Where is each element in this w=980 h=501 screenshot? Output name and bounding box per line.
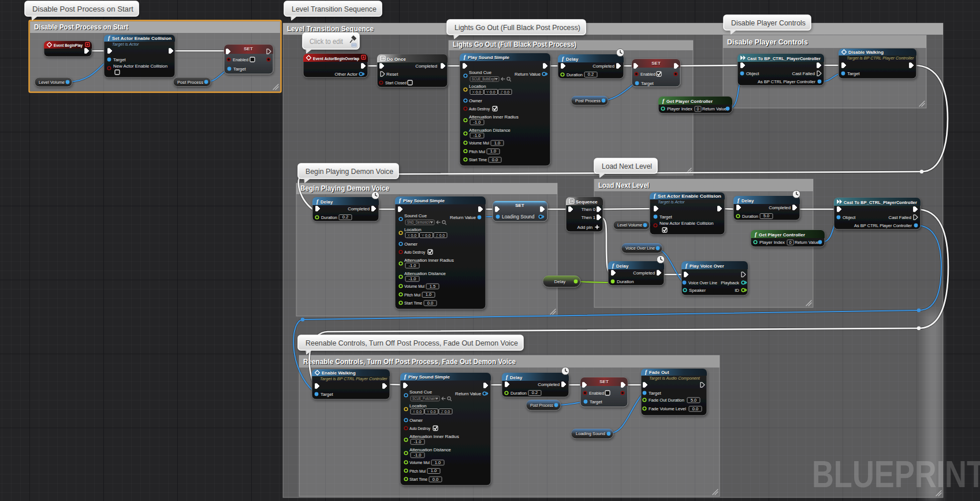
svg-text:Disable Walking: Disable Walking bbox=[848, 50, 884, 55]
svg-text:Completed: Completed bbox=[415, 64, 437, 69]
svg-text:0.0: 0.0 bbox=[433, 477, 438, 482]
svg-text:Object: Object bbox=[843, 215, 856, 220]
svg-text:0.0: 0.0 bbox=[411, 233, 417, 237]
svg-text:0.2: 0.2 bbox=[532, 390, 538, 395]
svg-text:Disable Post Process on Start: Disable Post Process on Start bbox=[32, 5, 133, 13]
svg-text:Disable Player Controls: Disable Player Controls bbox=[727, 38, 808, 46]
svg-text:Then 1: Then 1 bbox=[582, 215, 595, 220]
svg-text:Player Index: Player Index bbox=[667, 106, 692, 112]
svg-text:0.2: 0.2 bbox=[588, 72, 594, 77]
svg-text:Completed: Completed bbox=[348, 206, 370, 211]
svg-text:Click to edit: Click to edit bbox=[310, 37, 343, 46]
svg-text:Target: Target bbox=[649, 391, 662, 396]
svg-text:New Actor Enable Collision: New Actor Enable Collision bbox=[113, 64, 167, 69]
svg-text:Start Time: Start Time bbox=[404, 300, 422, 306]
svg-text:Z: Z bbox=[441, 410, 444, 414]
svg-text:Reenable Controls, Turn Off Po: Reenable Controls, Turn Off Post Process… bbox=[303, 358, 516, 366]
svg-text:Delay: Delay bbox=[741, 198, 754, 203]
svg-text:Enabled: Enabled bbox=[233, 57, 248, 62]
svg-text:0.0: 0.0 bbox=[427, 300, 433, 306]
svg-text:Sequence: Sequence bbox=[576, 199, 598, 205]
svg-text:-1.0: -1.0 bbox=[414, 452, 422, 458]
svg-text:Return Value: Return Value bbox=[702, 106, 726, 112]
svg-text:Volume Mul: Volume Mul bbox=[404, 284, 424, 289]
svg-text:0.0: 0.0 bbox=[476, 90, 482, 94]
svg-text:Player Index: Player Index bbox=[759, 240, 785, 245]
svg-text:Begin Playing Demon Voice: Begin Playing Demon Voice bbox=[300, 184, 389, 192]
svg-text:Z: Z bbox=[501, 90, 503, 94]
svg-text:Playback: Playback bbox=[721, 280, 739, 285]
svg-text:Target: Target bbox=[641, 81, 654, 86]
svg-text:0.0: 0.0 bbox=[492, 157, 498, 162]
svg-text:X: X bbox=[413, 410, 416, 414]
svg-text:0.0: 0.0 bbox=[425, 233, 431, 237]
svg-text:Completed: Completed bbox=[538, 382, 560, 387]
svg-text:Delay: Delay bbox=[566, 57, 579, 62]
svg-text:Y: Y bbox=[427, 410, 430, 414]
svg-text:ID: ID bbox=[735, 288, 739, 293]
svg-text:Post Process: Post Process bbox=[575, 98, 601, 103]
svg-text:Get Player Controller: Get Player Controller bbox=[759, 232, 805, 237]
svg-text:1.0: 1.0 bbox=[490, 149, 496, 154]
svg-text:Duration: Duration bbox=[321, 215, 337, 220]
svg-text:Start Closed: Start Closed bbox=[385, 80, 407, 86]
svg-text:Return Value: Return Value bbox=[515, 72, 541, 77]
svg-text:0.0: 0.0 bbox=[490, 90, 495, 94]
svg-text:Delay: Delay bbox=[554, 279, 566, 284]
svg-text:Fade Out Duration: Fade Out Duration bbox=[649, 398, 684, 403]
svg-text:Cast To BP_CTRL_PlayerControll: Cast To BP_CTRL_PlayerController bbox=[747, 56, 821, 61]
svg-text:Voice Over Line: Voice Over Line bbox=[625, 246, 655, 251]
svg-text:Pitch Mul: Pitch Mul bbox=[409, 469, 426, 474]
svg-text:Play Sound Simple: Play Sound Simple bbox=[403, 198, 445, 203]
svg-text:SCUE_BulbExpl: SCUE_BulbExpl bbox=[472, 77, 495, 81]
svg-text:Cast Failed: Cast Failed bbox=[792, 71, 815, 76]
svg-text:Duration: Duration bbox=[617, 279, 634, 284]
svg-text:0.0: 0.0 bbox=[430, 410, 436, 414]
svg-text:Event ActorBeginOverlap: Event ActorBeginOverlap bbox=[313, 56, 359, 61]
svg-text:Sound Cue: Sound Cue bbox=[404, 213, 427, 218]
svg-text:Loading Sound: Loading Sound bbox=[502, 214, 535, 220]
svg-text:Target is Actor: Target is Actor bbox=[658, 199, 685, 205]
svg-text:0.0: 0.0 bbox=[445, 410, 450, 414]
svg-text:Auto Destroy: Auto Destroy bbox=[409, 426, 430, 431]
svg-text:1.0: 1.0 bbox=[435, 460, 441, 465]
svg-text:Play Voice Over: Play Voice Over bbox=[690, 264, 724, 269]
svg-text:Pitch Mul: Pitch Mul bbox=[469, 149, 485, 154]
svg-text:SCUE_Pullchain: SCUE_Pullchain bbox=[412, 396, 435, 401]
svg-text:-1.0: -1.0 bbox=[474, 133, 481, 138]
svg-text:0: 0 bbox=[789, 240, 791, 245]
svg-text:Completed: Completed bbox=[633, 270, 655, 276]
svg-text:Level Transition Sequence: Level Transition Sequence bbox=[287, 25, 374, 33]
svg-text:SND_DemonicV: SND_DemonicV bbox=[407, 220, 430, 225]
svg-text:SET: SET bbox=[515, 203, 524, 208]
svg-text:Disable Post Process on Start: Disable Post Process on Start bbox=[34, 23, 129, 31]
svg-text:BLUEPRINT: BLUEPRINT bbox=[812, 454, 980, 495]
svg-text:0: 0 bbox=[696, 106, 699, 112]
svg-text:Set Actor Enable Collision: Set Actor Enable Collision bbox=[112, 36, 172, 41]
svg-text:Completed: Completed bbox=[593, 64, 614, 69]
svg-text:Target: Target bbox=[590, 399, 603, 404]
svg-text:Completed: Completed bbox=[769, 205, 791, 210]
svg-text:Return Value: Return Value bbox=[455, 391, 481, 396]
svg-text:0.2: 0.2 bbox=[342, 214, 348, 220]
svg-text:Cast To BP_CTRL_PlayerControll: Cast To BP_CTRL_PlayerController bbox=[844, 200, 917, 205]
svg-text:Fade Volume Level: Fade Volume Level bbox=[649, 406, 686, 411]
svg-text:Loading Sound: Loading Sound bbox=[576, 431, 605, 436]
svg-text:Target: Target bbox=[233, 66, 247, 72]
svg-text:Pitch Mul: Pitch Mul bbox=[404, 292, 420, 298]
svg-text:Attenuation Distance: Attenuation Distance bbox=[409, 447, 451, 452]
svg-text:Level Volume: Level Volume bbox=[617, 222, 642, 228]
svg-text:Speaker: Speaker bbox=[689, 288, 706, 293]
svg-text:Target: Target bbox=[847, 71, 860, 76]
svg-text:Post Process: Post Process bbox=[530, 403, 553, 408]
svg-text:Location: Location bbox=[409, 403, 426, 409]
svg-text:1.0: 1.0 bbox=[431, 468, 437, 473]
svg-text:Post Process: Post Process bbox=[177, 80, 203, 85]
svg-text:Attenuation Inner Radius: Attenuation Inner Radius bbox=[469, 114, 519, 120]
svg-text:Location: Location bbox=[469, 84, 486, 89]
svg-text:Duration: Duration bbox=[742, 214, 758, 219]
svg-text:Duration: Duration bbox=[511, 391, 527, 396]
svg-text:Begin Playing Demon Voice: Begin Playing Demon Voice bbox=[305, 167, 393, 176]
svg-text:Get Player Controller: Get Player Controller bbox=[666, 99, 713, 104]
svg-text:0.0: 0.0 bbox=[439, 233, 445, 237]
